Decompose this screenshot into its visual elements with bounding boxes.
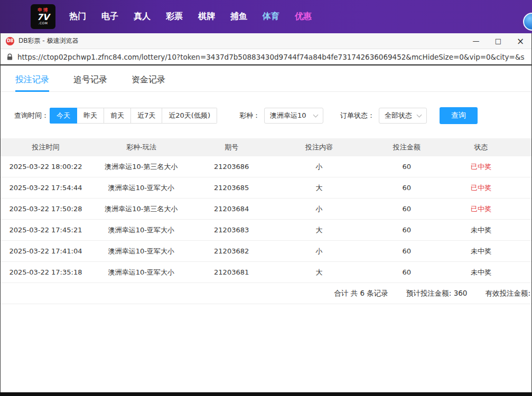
logo-text-suffix: .COM bbox=[39, 22, 48, 25]
browser-window: D8 DB彩票 - 极速浏览器 — □ × https://ctop02pchw… bbox=[0, 33, 532, 396]
table-row: 2025-03-22 18:00:22 澳洲幸运10-第三名大小 2120368… bbox=[1, 156, 531, 177]
nav-item-fishing[interactable]: 捕鱼 bbox=[230, 11, 247, 22]
col-header-issue: 期号 bbox=[192, 143, 272, 152]
summary-valid-amount: 有效投注金额: bbox=[485, 289, 530, 298]
table-row: 2025-03-22 17:35:18 澳洲幸运10-亚军大小 21203681… bbox=[1, 262, 531, 283]
cell-status: 已中奖 bbox=[446, 204, 516, 214]
tab-bet-records[interactable]: 投注记录 bbox=[15, 68, 49, 91]
cell-game: 澳洲幸运10-亚军大小 bbox=[91, 268, 192, 277]
cell-bet-time: 2025-03-22 17:54:44 bbox=[1, 184, 91, 192]
nav-item-sports[interactable]: 体育 bbox=[263, 11, 279, 22]
cell-content: 大 bbox=[272, 225, 367, 235]
chevron-down-icon bbox=[313, 112, 319, 117]
nav-item-board-games[interactable]: 棋牌 bbox=[198, 11, 215, 22]
time-range-group: 今天 昨天 前天 近7天 近20天(低频) bbox=[50, 108, 217, 124]
cell-game: 澳洲幸运10-第三名大小 bbox=[91, 162, 192, 172]
cell-content: 小 bbox=[272, 247, 367, 256]
cell-content: 大 bbox=[272, 183, 367, 193]
cell-status: 已中奖 bbox=[446, 183, 516, 193]
window-bottom-border bbox=[0, 392, 532, 396]
search-button[interactable]: 查询 bbox=[440, 107, 478, 124]
order-status-value: 全部状态 bbox=[385, 111, 412, 120]
cell-content: 小 bbox=[272, 162, 367, 172]
url-bar[interactable]: https://ctop02pchwp1.zfnc84.com/lottery/… bbox=[1, 49, 531, 65]
bet-records-table: 投注时间 彩种-玩法 期号 投注内容 投注金额 状态 2025-03-22 18… bbox=[1, 138, 531, 304]
cell-bet-time: 2025-03-22 17:50:28 bbox=[1, 205, 91, 213]
window-title: DB彩票 - 极速浏览器 bbox=[18, 36, 78, 45]
table-row: 2025-03-22 17:50:28 澳洲幸运10-第三名大小 2120368… bbox=[1, 199, 531, 220]
record-tabs: 投注记录 追号记录 资金记录 bbox=[1, 68, 531, 92]
cell-game: 澳洲幸运10-亚军大小 bbox=[91, 247, 192, 256]
time-option-today[interactable]: 今天 bbox=[50, 108, 77, 124]
customer-service-icon[interactable] bbox=[523, 13, 532, 31]
order-status-select[interactable]: 全部状态 bbox=[379, 108, 427, 124]
cell-content: 小 bbox=[272, 204, 367, 214]
cell-amount: 60 bbox=[367, 184, 446, 192]
summary-total-records: 合计 共 6 条记录 bbox=[334, 289, 388, 298]
window-controls: — □ × bbox=[465, 33, 531, 49]
cell-bet-time: 2025-03-22 17:45:21 bbox=[1, 226, 91, 234]
chevron-down-icon bbox=[417, 112, 422, 117]
nav-item-hot[interactable]: 热门 bbox=[69, 11, 86, 22]
top-navigation: 申博 7V .COM 热门 电子 真人 彩票 棋牌 捕鱼 体育 优惠 bbox=[0, 0, 532, 33]
cell-content: 大 bbox=[272, 268, 367, 277]
cell-status: 未中奖 bbox=[446, 225, 516, 235]
time-filter-label: 查询时间： bbox=[14, 111, 49, 120]
cell-issue: 21203684 bbox=[192, 205, 272, 213]
nav-item-promotions[interactable]: 优惠 bbox=[295, 11, 312, 22]
logo-text-main: 7V bbox=[37, 13, 50, 22]
filter-bar: 查询时间： 今天 昨天 前天 近7天 近20天(低频) 彩种： 澳洲幸运10 订… bbox=[1, 107, 531, 124]
cell-issue: 21203683 bbox=[192, 226, 272, 234]
cell-status: 已中奖 bbox=[446, 162, 516, 172]
main-menu: 热门 电子 真人 彩票 棋牌 捕鱼 体育 优惠 bbox=[69, 11, 312, 22]
lottery-select[interactable]: 澳洲幸运10 bbox=[264, 108, 323, 124]
close-icon[interactable]: × bbox=[509, 33, 531, 49]
table-header-row: 投注时间 彩种-玩法 期号 投注内容 投注金额 状态 bbox=[1, 138, 531, 156]
window-titlebar: D8 DB彩票 - 极速浏览器 — □ × bbox=[1, 33, 531, 49]
time-option-day-before[interactable]: 前天 bbox=[104, 108, 131, 124]
cell-issue: 21203681 bbox=[192, 268, 272, 276]
cell-game: 澳洲幸运10-亚军大小 bbox=[91, 183, 192, 193]
lock-icon bbox=[7, 53, 13, 61]
order-status-label: 订单状态： bbox=[340, 111, 375, 120]
nav-item-lottery[interactable]: 彩票 bbox=[166, 11, 183, 22]
time-option-yesterday[interactable]: 昨天 bbox=[77, 108, 104, 124]
minimize-icon[interactable]: — bbox=[465, 33, 487, 49]
maximize-icon[interactable]: □ bbox=[487, 33, 509, 49]
site-logo[interactable]: 申博 7V .COM bbox=[31, 4, 55, 29]
cell-game: 澳洲幸运10-亚军大小 bbox=[91, 225, 192, 235]
cell-amount: 60 bbox=[367, 226, 446, 234]
cell-amount: 60 bbox=[367, 268, 446, 276]
cell-amount: 60 bbox=[367, 163, 446, 171]
table-row: 2025-03-22 17:54:44 澳洲幸运10-亚军大小 21203685… bbox=[1, 177, 531, 199]
tab-fund-records[interactable]: 资金记录 bbox=[132, 68, 165, 91]
col-header-amount: 投注金额 bbox=[367, 143, 446, 152]
url-text[interactable]: https://ctop02pchwp1.zfnc84.com/lottery/… bbox=[17, 53, 525, 61]
cell-game: 澳洲幸运10-第三名大小 bbox=[91, 204, 192, 214]
nav-item-electronic[interactable]: 电子 bbox=[101, 11, 118, 22]
cell-bet-time: 2025-03-22 18:00:22 bbox=[1, 163, 91, 171]
col-header-bet-time: 投注时间 bbox=[1, 143, 91, 152]
cell-status: 未中奖 bbox=[446, 268, 516, 277]
nav-item-live[interactable]: 真人 bbox=[134, 11, 151, 22]
col-header-content: 投注内容 bbox=[272, 143, 367, 152]
summary-expected-amount: 预计投注金额: 360 bbox=[406, 289, 468, 298]
table-summary: 合计 共 6 条记录 预计投注金额: 360 有效投注金额: bbox=[1, 283, 531, 304]
time-option-last-20-days[interactable]: 近20天(低频) bbox=[162, 108, 217, 124]
cell-bet-time: 2025-03-22 17:41:04 bbox=[1, 247, 91, 255]
lottery-filter-label: 彩种： bbox=[239, 111, 260, 120]
cell-issue: 21203685 bbox=[192, 184, 272, 192]
col-header-status: 状态 bbox=[446, 143, 516, 152]
col-header-game: 彩种-玩法 bbox=[91, 143, 192, 152]
time-option-last-7-days[interactable]: 近7天 bbox=[131, 108, 162, 124]
lottery-select-value: 澳洲幸运10 bbox=[270, 111, 306, 120]
table-row: 2025-03-22 17:45:21 澳洲幸运10-亚军大小 21203683… bbox=[1, 220, 531, 241]
cell-status: 未中奖 bbox=[446, 247, 516, 256]
table-row: 2025-03-22 17:41:04 澳洲幸运10-亚军大小 21203682… bbox=[1, 241, 531, 262]
app-icon: D8 bbox=[6, 37, 14, 45]
cell-issue: 21203682 bbox=[192, 247, 272, 255]
tab-chase-records[interactable]: 追号记录 bbox=[73, 68, 107, 91]
cell-bet-time: 2025-03-22 17:35:18 bbox=[1, 268, 91, 276]
cell-issue: 21203686 bbox=[192, 163, 272, 171]
cell-amount: 60 bbox=[367, 205, 446, 213]
